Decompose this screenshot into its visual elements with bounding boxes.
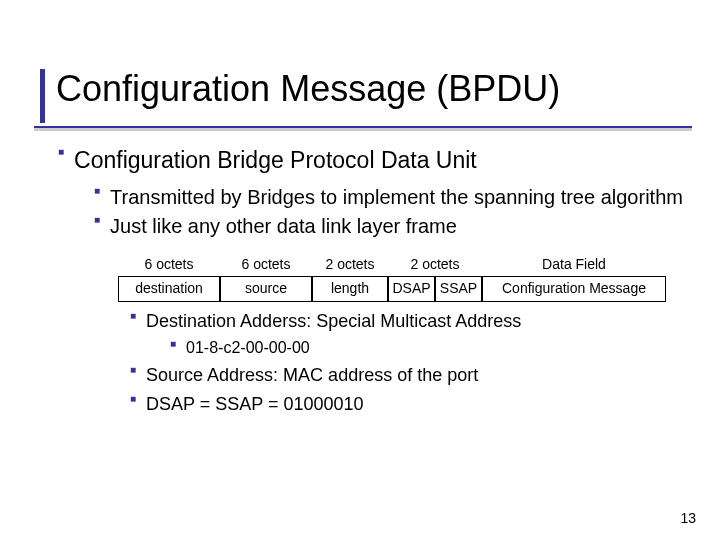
square-bullet-icon: ■ [94,185,100,198]
frame-diagram: 6 octets 6 octets 2 octets 2 octets Data… [118,253,666,302]
diagram-cell: length [312,276,388,302]
bullet-level1: ■ Configuration Bridge Protocol Data Uni… [58,146,690,175]
level3-text: Destination Adderss: Special Multicast A… [146,310,690,333]
diagram-header: 6 octets [220,253,312,277]
level3-text: Source Address: MAC address of the port [146,364,690,387]
level3-text: DSAP = SSAP = 01000010 [146,393,690,416]
slide: Configuration Message (BPDU) ■ Configura… [0,0,720,540]
level2-text: Just like any other data link layer fram… [110,214,690,239]
diagram-cell: Configuration Message [482,276,666,302]
diagram-header: 6 octets [118,253,220,277]
bullet-level3: ■ Source Address: MAC address of the por… [130,364,690,387]
title-underline-shadow [34,128,692,131]
diagram-cell: DSAP [388,276,435,302]
square-bullet-icon: ■ [170,338,176,351]
level4-text: 01-8-c2-00-00-00 [186,338,690,358]
diagram-header: 2 octets [312,253,388,277]
level1-text: Configuration Bridge Protocol Data Unit [74,146,690,175]
square-bullet-icon: ■ [130,393,136,406]
bullet-level3: ■ Destination Adderss: Special Multicast… [130,310,690,333]
bullet-level2: ■ Just like any other data link layer fr… [94,214,690,239]
square-bullet-icon: ■ [58,146,64,159]
bullet-level3: ■ DSAP = SSAP = 01000010 [130,393,690,416]
content-area: ■ Configuration Bridge Protocol Data Uni… [58,146,690,421]
title-block: Configuration Message (BPDU) [34,66,700,126]
diagram-header: 2 octets [388,253,482,277]
bullet-level2: ■ Transmitted by Bridges to implement th… [94,185,690,210]
page-number: 13 [680,510,696,526]
diagram-cell: destination [118,276,220,302]
square-bullet-icon: ■ [130,310,136,323]
diagram-body-row: destination source length DSAP SSAP Conf… [118,276,666,302]
diagram-header: Data Field [482,253,666,277]
bullet-level4: ■ 01-8-c2-00-00-00 [170,338,690,358]
square-bullet-icon: ■ [130,364,136,377]
square-bullet-icon: ■ [94,214,100,227]
diagram-cell: SSAP [435,276,482,302]
slide-title: Configuration Message (BPDU) [56,68,560,110]
title-accent-rule [40,69,45,123]
level2-text: Transmitted by Bridges to implement the … [110,185,690,210]
diagram-header-row: 6 octets 6 octets 2 octets 2 octets Data… [118,253,666,277]
diagram-cell: source [220,276,312,302]
